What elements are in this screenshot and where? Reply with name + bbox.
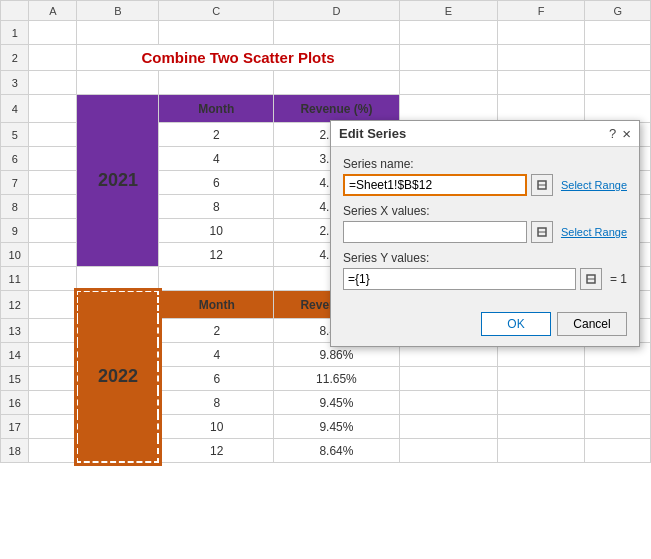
cell-d16: 9.45% [274, 391, 400, 415]
series-y-input[interactable] [343, 268, 576, 290]
cell-c17: 10 [159, 415, 274, 439]
edit-series-dialog: Edit Series ? × Series name: Select Rang… [330, 120, 640, 347]
col-header-d[interactable]: D [274, 1, 400, 21]
cell-g16 [585, 391, 651, 415]
cell-e16 [399, 391, 497, 415]
cell-d3 [274, 71, 400, 95]
cell-b1 [77, 21, 159, 45]
cell-f15 [498, 367, 585, 391]
cell-f3 [498, 71, 585, 95]
cell-a11 [29, 267, 77, 291]
cell-a17 [29, 415, 77, 439]
cell-f1 [498, 21, 585, 45]
cell-a1 [29, 21, 77, 45]
cell-c14: 4 [159, 343, 274, 367]
spreadsheet: A B C D E F G 1 2 [0, 0, 651, 559]
title-cell: Combine Two Scatter Plots [77, 45, 399, 71]
cell-f18 [498, 439, 585, 463]
cell-a5 [29, 123, 77, 147]
cell-g2 [585, 45, 651, 71]
ok-button[interactable]: OK [481, 312, 551, 336]
row-header-3: 3 [1, 71, 29, 95]
row-header-16: 16 [1, 391, 29, 415]
series-x-range-btn[interactable] [531, 221, 553, 243]
cell-d1 [274, 21, 400, 45]
cell-b12-year: 2022 [77, 291, 159, 463]
row-header-18: 18 [1, 439, 29, 463]
cell-d17: 9.45% [274, 415, 400, 439]
cell-e15 [399, 367, 497, 391]
cell-d4-header: Revenue (%) [274, 95, 400, 123]
col-header-c[interactable]: C [159, 1, 274, 21]
col-header-g[interactable]: G [585, 1, 651, 21]
dialog-close-icon[interactable]: × [622, 125, 631, 142]
cell-g17 [585, 415, 651, 439]
cell-c12-header: Month [159, 291, 274, 319]
col-header-e[interactable]: E [399, 1, 497, 21]
cell-f16 [498, 391, 585, 415]
series-name-range-btn[interactable] [531, 174, 553, 196]
dialog-help-icon[interactable]: ? [609, 126, 616, 141]
series-y-row: = 1 [343, 268, 627, 290]
cell-e18 [399, 439, 497, 463]
row-header-4: 4 [1, 95, 29, 123]
cell-c10: 12 [159, 243, 274, 267]
col-header-b[interactable]: B [77, 1, 159, 21]
cell-e2 [399, 45, 497, 71]
dialog-footer: OK Cancel [331, 308, 639, 346]
cell-g3 [585, 71, 651, 95]
row-header-2: 2 [1, 45, 29, 71]
cell-a14 [29, 343, 77, 367]
col-header-f[interactable]: F [498, 1, 585, 21]
cell-g18 [585, 439, 651, 463]
cell-f4 [498, 95, 585, 123]
cell-a4 [29, 95, 77, 123]
cell-c11 [159, 267, 274, 291]
row-header-15: 15 [1, 367, 29, 391]
cell-c18: 12 [159, 439, 274, 463]
cell-c15: 6 [159, 367, 274, 391]
cell-f2 [498, 45, 585, 71]
row-header-10: 10 [1, 243, 29, 267]
cell-g4 [585, 95, 651, 123]
cell-b4-year: 2021 [77, 95, 159, 267]
cell-b3 [77, 71, 159, 95]
series-name-input[interactable] [343, 174, 527, 196]
cell-a7 [29, 171, 77, 195]
cell-a12 [29, 291, 77, 319]
cell-d15: 11.65% [274, 367, 400, 391]
cell-b11 [77, 267, 159, 291]
row-header-14: 14 [1, 343, 29, 367]
series-x-label: Series X values: [343, 204, 627, 218]
row-header-7: 7 [1, 171, 29, 195]
cell-a10 [29, 243, 77, 267]
dialog-body: Series name: Select Range Series X value… [331, 147, 639, 308]
series-y-label: Series Y values: [343, 251, 627, 265]
corner-cell [1, 1, 29, 21]
row-header-12: 12 [1, 291, 29, 319]
cancel-button[interactable]: Cancel [557, 312, 627, 336]
row-header-13: 13 [1, 319, 29, 343]
col-header-a[interactable]: A [29, 1, 77, 21]
cell-a6 [29, 147, 77, 171]
cell-c1 [159, 21, 274, 45]
series-x-input[interactable] [343, 221, 527, 243]
row-header-5: 5 [1, 123, 29, 147]
cell-a16 [29, 391, 77, 415]
cell-c13: 2 [159, 319, 274, 343]
row-header-17: 17 [1, 415, 29, 439]
cell-c9: 10 [159, 219, 274, 243]
cell-f17 [498, 415, 585, 439]
cell-c4-header: Month [159, 95, 274, 123]
cell-a2 [29, 45, 77, 71]
series-y-equals: = 1 [610, 272, 627, 286]
cell-c8: 8 [159, 195, 274, 219]
cell-e17 [399, 415, 497, 439]
cell-a18 [29, 439, 77, 463]
cell-a13 [29, 319, 77, 343]
cell-g1 [585, 21, 651, 45]
row-header-11: 11 [1, 267, 29, 291]
series-name-select-range[interactable]: Select Range [561, 179, 627, 191]
series-x-select-range[interactable]: Select Range [561, 226, 627, 238]
series-y-range-btn[interactable] [580, 268, 602, 290]
